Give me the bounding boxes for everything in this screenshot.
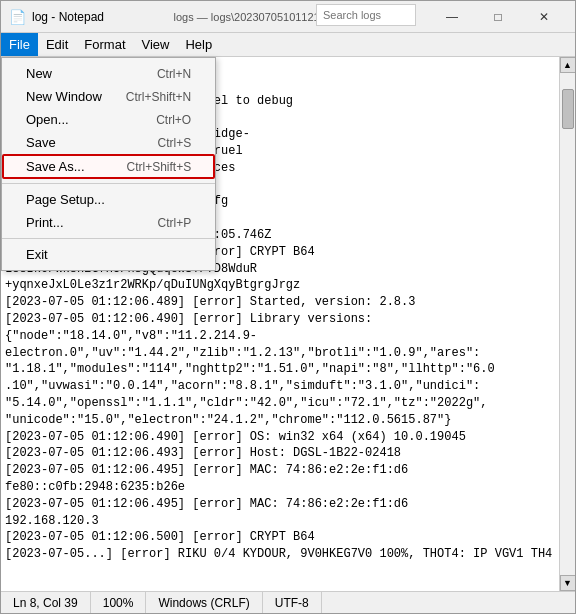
zoom-label: 100% <box>103 596 134 610</box>
file-menu: New Ctrl+N New Window Ctrl+Shift+N Open.… <box>1 57 216 271</box>
menu-exit-label: Exit <box>26 247 48 262</box>
status-encoding: UTF-8 <box>263 592 322 613</box>
maximize-button[interactable]: □ <box>475 1 521 33</box>
menu-new[interactable]: New Ctrl+N <box>2 62 215 85</box>
menu-exit[interactable]: Exit <box>2 243 215 266</box>
scrollbar-thumb[interactable] <box>562 89 574 129</box>
menu-print[interactable]: Print... Ctrl+P <box>2 211 215 234</box>
menu-print-label: Print... <box>26 215 64 230</box>
ln-col-label: Ln 8, Col 39 <box>13 596 78 610</box>
window-controls: — □ ✕ <box>429 1 567 33</box>
menu-help[interactable]: Help <box>177 33 220 56</box>
file-dropdown: New Ctrl+N New Window Ctrl+Shift+N Open.… <box>1 57 216 271</box>
menu-new-shortcut: Ctrl+N <box>157 67 191 81</box>
menu-new-window[interactable]: New Window Ctrl+Shift+N <box>2 85 215 108</box>
menu-save-shortcut: Ctrl+S <box>158 136 192 150</box>
menu-page-setup[interactable]: Page Setup... <box>2 188 215 211</box>
status-line-ending: Windows (CRLF) <box>146 592 262 613</box>
menu-bar: File Edit Format View Help New Ctrl+N Ne… <box>1 33 575 57</box>
menu-format[interactable]: Format <box>76 33 133 56</box>
encoding-label: UTF-8 <box>275 596 309 610</box>
line-ending-label: Windows (CRLF) <box>158 596 249 610</box>
menu-open-label: Open... <box>26 112 69 127</box>
status-zoom: 100% <box>91 592 147 613</box>
menu-edit[interactable]: Edit <box>38 33 76 56</box>
menu-new-window-shortcut: Ctrl+Shift+N <box>126 90 191 104</box>
menu-open[interactable]: Open... Ctrl+O <box>2 108 215 131</box>
menu-print-shortcut: Ctrl+P <box>158 216 192 230</box>
menu-separator-2 <box>2 238 215 239</box>
window-title: log - Notepad <box>32 10 104 24</box>
menu-file[interactable]: File <box>1 33 38 56</box>
menu-save-as-label: Save As... <box>26 159 85 174</box>
close-button[interactable]: ✕ <box>521 1 567 33</box>
notepad-window: 📄 log - Notepad logs — logs\202307051011… <box>0 0 576 614</box>
menu-new-label: New <box>26 66 52 81</box>
menu-save[interactable]: Save Ctrl+S <box>2 131 215 154</box>
menu-save-as[interactable]: Save As... Ctrl+Shift+S <box>2 154 215 179</box>
minimize-button[interactable]: — <box>429 1 475 33</box>
menu-page-setup-label: Page Setup... <box>26 192 105 207</box>
title-bar-left: 📄 log - Notepad <box>9 9 104 25</box>
menu-separator-1 <box>2 183 215 184</box>
menu-save-as-shortcut: Ctrl+Shift+S <box>127 160 192 174</box>
status-bar: Ln 8, Col 39 100% Windows (CRLF) UTF-8 <box>1 591 575 613</box>
app-icon: 📄 <box>9 9 26 25</box>
menu-view[interactable]: View <box>134 33 178 56</box>
scroll-down-arrow[interactable]: ▼ <box>560 575 576 591</box>
menu-save-label: Save <box>26 135 56 150</box>
search-input[interactable] <box>316 4 416 26</box>
status-ln-col: Ln 8, Col 39 <box>1 592 91 613</box>
vertical-scrollbar[interactable]: ▲ ▼ <box>559 57 575 591</box>
scroll-up-arrow[interactable]: ▲ <box>560 57 576 73</box>
menu-new-window-label: New Window <box>26 89 102 104</box>
title-bar: 📄 log - Notepad logs — logs\202307051011… <box>1 1 575 33</box>
menu-open-shortcut: Ctrl+O <box>156 113 191 127</box>
